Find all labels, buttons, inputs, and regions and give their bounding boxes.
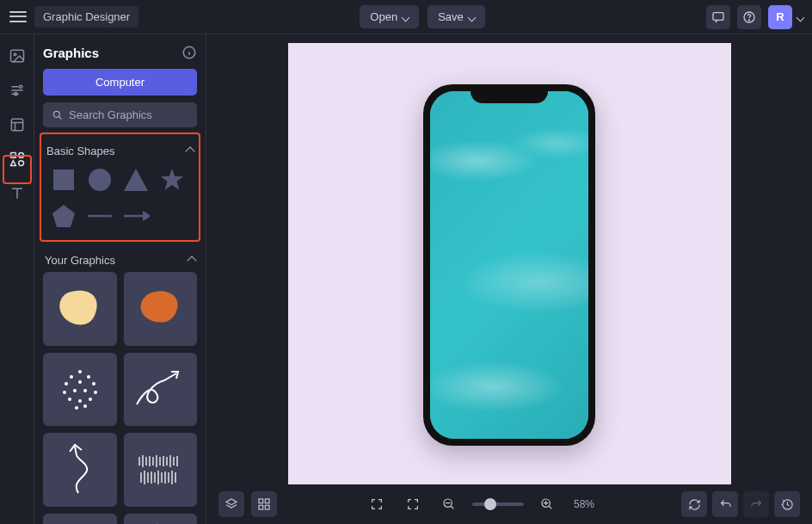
shape-circle[interactable] bbox=[86, 166, 114, 194]
tool-rail bbox=[0, 34, 34, 524]
graphic-dots[interactable] bbox=[43, 353, 117, 427]
canvas-viewport[interactable] bbox=[206, 34, 812, 484]
svg-marker-16 bbox=[161, 169, 183, 190]
svg-point-4 bbox=[14, 53, 16, 56]
layers-button[interactable] bbox=[218, 491, 244, 517]
search-icon bbox=[52, 109, 64, 121]
svg-marker-15 bbox=[124, 169, 148, 191]
refresh-button[interactable] bbox=[681, 491, 707, 517]
save-button[interactable]: Save bbox=[428, 5, 485, 28]
svg-point-2 bbox=[748, 19, 749, 20]
zoom-percent: 58% bbox=[574, 498, 594, 510]
svg-point-27 bbox=[63, 391, 66, 394]
svg-point-29 bbox=[83, 389, 87, 392]
zoom-in-button[interactable] bbox=[534, 491, 560, 517]
svg-rect-8 bbox=[10, 153, 15, 158]
feedback-button[interactable] bbox=[706, 5, 730, 29]
svg-point-30 bbox=[94, 391, 97, 394]
marble-texture bbox=[430, 91, 588, 439]
svg-rect-62 bbox=[265, 505, 269, 509]
svg-point-32 bbox=[78, 399, 82, 403]
artboard[interactable] bbox=[288, 43, 731, 484]
graphic-curve-arrow[interactable] bbox=[43, 433, 117, 507]
svg-point-9 bbox=[18, 153, 23, 158]
section-your-graphics[interactable]: Your Graphics bbox=[43, 249, 197, 272]
redo-button[interactable] bbox=[743, 491, 769, 517]
section-basic-shapes[interactable]: Basic Shapes bbox=[45, 139, 195, 163]
svg-rect-60 bbox=[265, 499, 269, 503]
svg-rect-61 bbox=[259, 505, 263, 509]
svg-point-24 bbox=[65, 382, 68, 385]
chevron-down-icon[interactable] bbox=[797, 10, 803, 23]
svg-point-31 bbox=[68, 398, 71, 401]
shape-arrow[interactable] bbox=[122, 202, 150, 230]
rail-graphics[interactable] bbox=[6, 148, 28, 170]
svg-point-33 bbox=[89, 398, 92, 401]
avatar[interactable]: R bbox=[768, 5, 792, 29]
chevron-up-icon bbox=[187, 145, 194, 157]
history-button[interactable] bbox=[774, 491, 800, 517]
basic-shapes-highlight: Basic Shapes bbox=[40, 133, 200, 242]
zoom-thumb[interactable] bbox=[484, 498, 496, 510]
shape-pentagon[interactable] bbox=[50, 202, 77, 230]
svg-point-34 bbox=[75, 406, 78, 410]
svg-point-23 bbox=[87, 375, 90, 379]
fit-button[interactable] bbox=[400, 491, 426, 517]
zoom-out-button[interactable] bbox=[436, 491, 462, 517]
svg-point-10 bbox=[18, 161, 23, 166]
shape-square[interactable] bbox=[50, 166, 77, 194]
svg-rect-59 bbox=[259, 499, 263, 503]
menu-icon[interactable] bbox=[9, 8, 28, 27]
rail-image[interactable] bbox=[6, 45, 28, 67]
svg-point-28 bbox=[73, 389, 77, 392]
grid-button[interactable] bbox=[251, 491, 277, 517]
svg-marker-20 bbox=[143, 211, 150, 221]
info-button[interactable] bbox=[181, 45, 197, 60]
svg-point-21 bbox=[78, 370, 82, 373]
shape-line[interactable] bbox=[86, 202, 114, 230]
search-input[interactable]: Search Graphics bbox=[43, 102, 197, 127]
svg-rect-13 bbox=[53, 170, 74, 190]
graphic-blob-orange[interactable] bbox=[124, 272, 198, 346]
svg-point-35 bbox=[83, 404, 87, 408]
phone-notch bbox=[471, 84, 548, 103]
graphic-hatch[interactable] bbox=[124, 433, 198, 507]
svg-point-22 bbox=[70, 375, 73, 379]
chevron-down-icon bbox=[403, 10, 409, 23]
graphic-loop[interactable] bbox=[124, 353, 198, 427]
app-header: Graphic Designer Open Save R bbox=[0, 0, 812, 34]
phone-mockup[interactable] bbox=[423, 84, 595, 446]
canvas-area: 58% bbox=[206, 34, 812, 524]
svg-rect-0 bbox=[713, 12, 723, 20]
svg-point-14 bbox=[89, 169, 111, 191]
rail-adjust[interactable] bbox=[6, 79, 28, 102]
help-icon bbox=[742, 10, 756, 24]
chevron-up-icon bbox=[188, 254, 195, 267]
svg-point-26 bbox=[92, 382, 95, 385]
app-title: Graphic Designer bbox=[34, 6, 138, 28]
computer-button[interactable]: Computer bbox=[43, 69, 197, 96]
save-label: Save bbox=[438, 10, 464, 23]
open-label: Open bbox=[370, 10, 397, 23]
graphic-blob-cream[interactable] bbox=[43, 272, 117, 346]
svg-rect-3 bbox=[10, 50, 23, 61]
sidebar-title: Graphics bbox=[43, 46, 99, 60]
phone-screen bbox=[430, 91, 588, 439]
svg-marker-17 bbox=[52, 205, 75, 227]
open-button[interactable]: Open bbox=[360, 5, 419, 28]
search-placeholder: Search Graphics bbox=[69, 108, 152, 121]
rail-text[interactable] bbox=[6, 182, 28, 205]
svg-point-25 bbox=[78, 380, 82, 384]
graphic-wave[interactable] bbox=[43, 514, 117, 525]
zoom-slider[interactable] bbox=[472, 502, 524, 506]
fullscreen-button[interactable] bbox=[364, 491, 390, 517]
undo-button[interactable] bbox=[712, 491, 738, 517]
shape-star[interactable] bbox=[158, 166, 186, 194]
help-button[interactable] bbox=[737, 5, 761, 29]
rail-template[interactable] bbox=[6, 114, 28, 136]
shape-triangle[interactable] bbox=[122, 166, 150, 194]
svg-point-12 bbox=[53, 111, 59, 117]
sidebar: Graphics Computer Search Graphics Basic … bbox=[34, 34, 206, 524]
graphic-swirl-arrow[interactable] bbox=[124, 514, 198, 525]
chevron-down-icon bbox=[469, 10, 475, 23]
